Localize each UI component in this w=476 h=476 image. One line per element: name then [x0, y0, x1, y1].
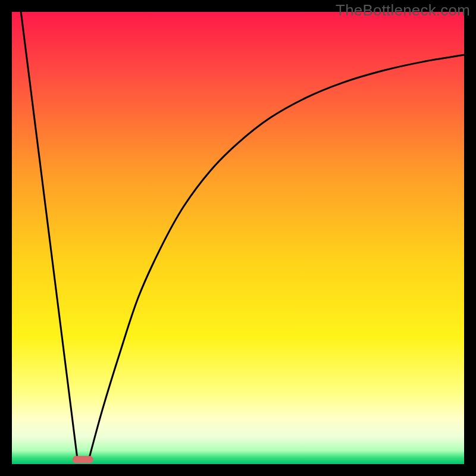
chart-background	[12, 12, 464, 464]
bottom-marker	[73, 456, 93, 463]
watermark-text: TheBottleneck.com	[336, 1, 470, 20]
chart-plot	[12, 12, 464, 464]
chart-frame: TheBottleneck.com	[0, 0, 476, 476]
